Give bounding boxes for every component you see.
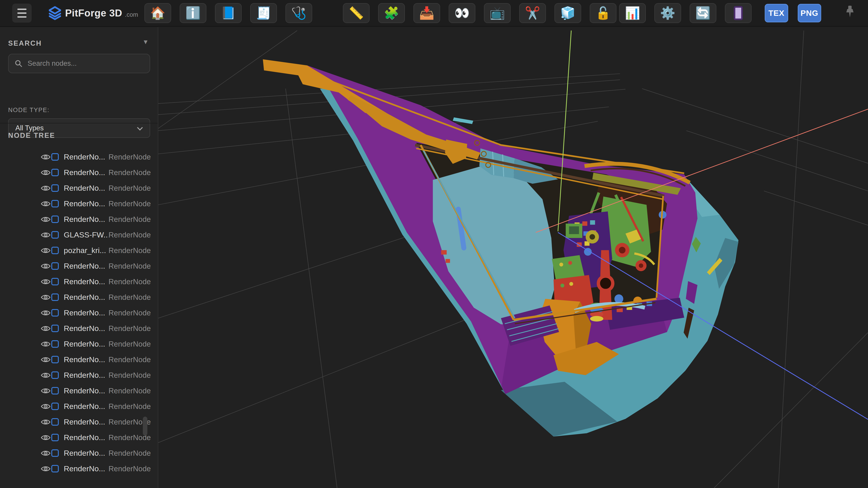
node-checkbox[interactable] <box>51 216 59 223</box>
tree-row[interactable]: RenderNo... RenderNode <box>0 165 158 180</box>
toolbar-ice-cube-button[interactable]: 🧊 <box>555 3 581 23</box>
tree-row[interactable]: RenderNo... RenderNode <box>0 289 158 305</box>
tree-row[interactable]: RenderNo... RenderNode <box>0 461 158 477</box>
toolbar-eyes-button[interactable]: 👀 <box>449 3 475 23</box>
viewport-canvas[interactable] <box>158 27 868 488</box>
node-checkbox[interactable] <box>51 325 59 332</box>
node-name: GLASS-FW... <box>64 230 108 239</box>
visibility-eye-icon[interactable] <box>41 169 51 176</box>
ruler-icon: 📏 <box>348 7 364 19</box>
visibility-eye-icon[interactable] <box>41 185 51 191</box>
visibility-eye-icon[interactable] <box>41 201 51 207</box>
node-name: RenderNo... <box>64 293 108 302</box>
tree-row[interactable]: RenderNo... RenderNode <box>0 212 158 227</box>
pin-button[interactable] <box>845 5 855 21</box>
visibility-eye-icon[interactable] <box>41 434 51 441</box>
search-input[interactable] <box>27 59 145 68</box>
visibility-eye-icon[interactable] <box>41 403 51 410</box>
visibility-eye-icon[interactable] <box>41 325 51 332</box>
visibility-eye-icon[interactable] <box>41 310 51 316</box>
node-checkbox[interactable] <box>51 247 59 254</box>
viewport-3d[interactable] <box>158 27 868 488</box>
visibility-eye-icon[interactable] <box>41 232 51 238</box>
visibility-eye-icon[interactable] <box>41 154 51 160</box>
node-type: RenderNode <box>108 231 151 239</box>
visibility-eye-icon[interactable] <box>41 388 51 394</box>
node-checkbox[interactable] <box>51 200 59 207</box>
tree-row[interactable]: RenderNo... RenderNode <box>0 367 158 383</box>
tree-row[interactable]: RenderNo... RenderNode <box>0 196 158 212</box>
node-checkbox[interactable] <box>51 418 59 426</box>
toolbar-bar-chart-button[interactable]: 📊 <box>619 3 646 23</box>
tree-row[interactable]: RenderNo... RenderNode <box>0 274 158 289</box>
tree-row[interactable]: RenderNo... RenderNode <box>0 180 158 196</box>
node-checkbox[interactable] <box>51 262 59 270</box>
toolbar-inbox-button[interactable]: 📥 <box>413 3 440 23</box>
tree-row[interactable]: RenderNo... RenderNode <box>0 398 158 414</box>
toolbar-puzzle-button[interactable]: 🧩 <box>378 3 405 23</box>
toolbar-tv-button[interactable]: 📺 <box>484 3 510 23</box>
node-checkbox[interactable] <box>51 340 59 348</box>
toolbar-refresh-button[interactable]: 🔄 <box>690 3 716 23</box>
tree-row[interactable]: RenderNo... RenderNode <box>0 352 158 367</box>
node-checkbox[interactable] <box>51 449 59 457</box>
node-checkbox[interactable] <box>51 278 59 285</box>
toolbar-purple-panel-button[interactable] <box>725 3 752 23</box>
visibility-eye-icon[interactable] <box>41 357 51 363</box>
tree-row[interactable]: RenderNo... RenderNode <box>0 414 158 430</box>
collapse-triangle-icon[interactable]: ▼ <box>143 38 149 46</box>
toolbar-home-button[interactable]: 🏠 <box>145 3 171 23</box>
node-checkbox[interactable] <box>51 231 59 238</box>
toolbar-unlock-button[interactable]: 🔓 <box>590 3 616 23</box>
visibility-eye-icon[interactable] <box>41 248 51 254</box>
node-checkbox[interactable] <box>51 434 59 441</box>
tree-row[interactable]: RenderNo... RenderNode <box>0 383 158 398</box>
node-name: RenderNo... <box>64 215 108 224</box>
node-name: RenderNo... <box>64 324 108 333</box>
node-checkbox[interactable] <box>51 309 59 317</box>
visibility-eye-icon[interactable] <box>41 372 51 379</box>
visibility-eye-icon[interactable] <box>41 419 51 425</box>
tree-row[interactable]: RenderNo... RenderNode <box>0 445 158 461</box>
node-checkbox[interactable] <box>51 387 59 394</box>
node-name: RenderNo... <box>64 199 108 208</box>
visibility-eye-icon[interactable] <box>41 216 51 223</box>
tree-row[interactable]: pozhar_kri... RenderNode <box>0 242 158 258</box>
export-png-button[interactable]: PNG <box>798 4 821 22</box>
node-checkbox[interactable] <box>51 184 59 192</box>
node-checkbox[interactable] <box>51 402 59 410</box>
visibility-eye-icon[interactable] <box>41 263 51 269</box>
node-name: RenderNo... <box>64 168 108 177</box>
export-tex-button[interactable]: TEX <box>765 4 788 22</box>
tree-row[interactable]: RenderNo... RenderNode <box>0 305 158 321</box>
tree-row[interactable]: RenderNo... RenderNode <box>0 430 158 445</box>
visibility-eye-icon[interactable] <box>41 466 51 472</box>
toolbar-ruler-button[interactable]: 📏 <box>343 3 370 23</box>
tree-row[interactable]: RenderNo... RenderNode <box>0 258 158 274</box>
visibility-eye-icon[interactable] <box>41 341 51 347</box>
visibility-eye-icon[interactable] <box>41 279 51 285</box>
toolbar-blue-book-button[interactable]: 📘 <box>215 3 242 23</box>
node-checkbox[interactable] <box>51 293 59 301</box>
menu-button[interactable] <box>12 4 32 23</box>
toolbar-info-button[interactable]: ℹ️ <box>180 3 206 23</box>
toolbar-scissors-button[interactable]: ✂️ <box>519 3 546 23</box>
tree-row[interactable]: RenderNo... RenderNode <box>0 321 158 336</box>
sidebar-scrollbar[interactable] <box>143 417 147 435</box>
node-checkbox[interactable] <box>51 169 59 176</box>
node-checkbox[interactable] <box>51 356 59 363</box>
scissors-icon: ✂️ <box>525 7 540 19</box>
tree-row[interactable]: GLASS-FW... RenderNode <box>0 227 158 242</box>
node-checkbox[interactable] <box>51 153 59 161</box>
visibility-eye-icon[interactable] <box>41 450 51 456</box>
cockpit-model[interactable] <box>263 59 739 436</box>
toolbar-receipt-button[interactable]: 🧾 <box>250 3 277 23</box>
visibility-eye-icon[interactable] <box>41 294 51 300</box>
node-checkbox[interactable] <box>51 371 59 379</box>
node-checkbox[interactable] <box>51 465 59 473</box>
tree-row[interactable]: RenderNo... RenderNode <box>0 336 158 352</box>
tree-row[interactable]: RenderNo... RenderNode <box>0 149 158 165</box>
toolbar-stethoscope-button[interactable]: 🩺 <box>285 3 312 23</box>
toolbar-group-tools: 📏🧩📥👀📺✂️🧊🔓 <box>343 3 616 23</box>
toolbar-gear-button[interactable]: ⚙️ <box>654 3 681 23</box>
